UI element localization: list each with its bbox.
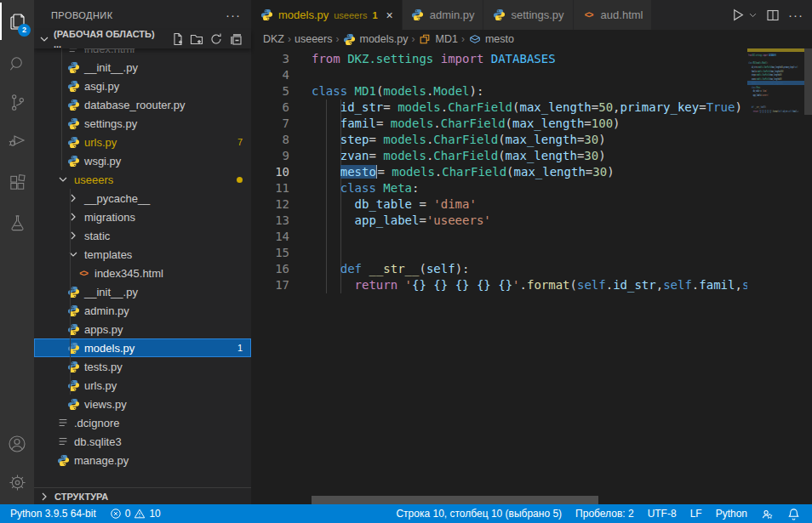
new-folder-icon[interactable]	[189, 31, 206, 48]
status-bar: Python 3.9.5 64-bit 0 10 Строка 10, стол…	[0, 504, 812, 523]
code-line-15	[312, 245, 747, 261]
breadcrumb-item-useeers[interactable]: useeers	[294, 33, 332, 45]
accounts-icon[interactable]	[0, 425, 34, 463]
close-icon[interactable]: ×	[386, 9, 393, 21]
collapse-all-icon[interactable]	[227, 31, 244, 48]
python-file-icon	[66, 304, 80, 317]
tree-item-templates[interactable]: templates	[34, 245, 251, 264]
code-lines[interactable]: from DKZ.settings import DATABASESclass …	[312, 51, 747, 293]
error-count: 0	[125, 508, 131, 520]
tree-item-static[interactable]: static	[34, 226, 251, 245]
editor-actions: ···	[730, 0, 812, 30]
file-icon	[56, 416, 70, 429]
status-item[interactable]: Пробелов: 2	[569, 504, 641, 523]
breadcrumb-separator: ›	[411, 33, 415, 45]
code-line-8: step= models.CharField(max_length=30)	[312, 132, 747, 148]
tree-item-urls.py[interactable]: urls.py7	[34, 133, 251, 151]
tree-item-wsgi.py[interactable]: wsgi.py	[34, 151, 251, 170]
workspace-section-header[interactable]: (РАБОЧАЯ ОБЛАСТЬ) ...	[34, 30, 251, 48]
field-symbol-icon	[468, 32, 482, 46]
line-number: 8	[251, 132, 289, 148]
tree-indent-guide	[70, 189, 71, 395]
gutter[interactable]: 34567891011121314151617	[251, 51, 289, 293]
python-file-icon	[66, 360, 80, 373]
split-editor-icon[interactable]	[766, 9, 780, 22]
run-dropdown-icon[interactable]	[748, 10, 758, 20]
breadcrumb-item-DKZ[interactable]: DKZ	[263, 33, 284, 45]
python-file-icon	[66, 117, 80, 130]
python-file-icon	[66, 285, 80, 298]
minimap-selection	[747, 81, 804, 85]
status-item[interactable]: LF	[683, 504, 709, 523]
tree-item-migrations[interactable]: migrations	[34, 207, 251, 226]
code-area[interactable]: 34567891011121314151617 from DKZ.setting…	[251, 48, 812, 504]
tree-item-useeers[interactable]: useeers	[34, 170, 251, 189]
python-file-icon	[411, 9, 425, 22]
breadcrumb-item-mesto[interactable]: mesto	[468, 32, 514, 46]
code-line-16: def __str__(self):	[312, 261, 747, 277]
explorer-icon[interactable]: 2	[0, 3, 34, 40]
tree-item-__init__.py[interactable]: __init__.py	[34, 282, 251, 301]
status-item[interactable]: UTF-8	[641, 504, 683, 523]
notifications-bell-icon[interactable]	[781, 504, 807, 523]
code-line-5: class MD1(models.Model):	[312, 83, 747, 99]
python-interpreter-status[interactable]: Python 3.9.5 64-bit	[3, 504, 103, 523]
tree-item-views.py[interactable]: views.py	[34, 395, 251, 413]
tab-models.py[interactable]: models.pyuseeers1×	[251, 0, 403, 30]
tree-item-urls.py[interactable]: urls.py	[34, 376, 251, 395]
breadcrumb-item-MD1[interactable]: MD1	[418, 32, 457, 46]
vertical-scrollbar[interactable]	[804, 48, 812, 115]
status-item[interactable]: Строка 10, столбец 10 (выбрано 5)	[389, 504, 569, 523]
feedback-icon[interactable]	[754, 504, 781, 523]
python-file-icon	[56, 453, 70, 467]
python-file-icon	[66, 341, 80, 355]
tree-item-tests.py[interactable]: tests.py	[34, 357, 251, 376]
new-file-icon[interactable]	[169, 31, 186, 48]
tree-item-db.sqlite3[interactable]: db.sqlite3	[34, 432, 251, 451]
warning-icon	[134, 508, 146, 520]
extensions-icon[interactable]	[0, 164, 34, 202]
settings-gear-icon[interactable]	[0, 463, 34, 501]
line-number: 7	[251, 116, 289, 132]
refresh-icon[interactable]	[208, 31, 225, 48]
breadcrumb-item-models.py[interactable]: models.py	[342, 32, 408, 46]
tree-item-settings.py[interactable]: settings.py	[34, 114, 251, 133]
status-item[interactable]: Python	[709, 504, 754, 523]
tree-item-index345.html[interactable]: <>index345.html	[34, 264, 251, 282]
explorer-more-icon[interactable]: ···	[226, 8, 241, 22]
run-button[interactable]	[730, 8, 745, 22]
tab-settings.py[interactable]: settings.py	[483, 0, 573, 30]
item-badge: 7	[237, 137, 243, 147]
breadcrumb-separator: ›	[288, 33, 291, 45]
minimap[interactable]: from DKZ.settings import DATABASESclass …	[747, 48, 804, 176]
run-and-debug-icon[interactable]	[0, 122, 34, 159]
tree-indent-guide	[61, 48, 62, 170]
python-file-icon	[66, 135, 80, 149]
search-icon[interactable]	[0, 45, 34, 82]
tree-item-asgi.py[interactable]: asgi.py	[34, 77, 251, 95]
tree-item-manage.py[interactable]: manage.py	[34, 451, 251, 469]
line-number: 13	[251, 213, 289, 229]
editor-group: models.pyuseeers1×admin.pysettings.py<>a…	[251, 0, 812, 504]
tab-problems-badge: 1	[372, 10, 377, 20]
more-actions-icon[interactable]: ···	[788, 8, 803, 22]
minimap-highlight	[747, 48, 804, 52]
testing-icon[interactable]	[0, 204, 34, 242]
breadcrumb-separator: ›	[461, 33, 465, 45]
tab-aud.html[interactable]: <>aud.html	[574, 0, 653, 30]
tree-item-__init__.py[interactable]: __init__.py	[34, 58, 251, 77]
code-line-10: mesto= models.CharField(max_length=30)	[312, 164, 747, 180]
tree-item-.dcignore[interactable]: .dcignore	[34, 413, 251, 432]
tab-admin.py[interactable]: admin.py	[403, 0, 484, 30]
outline-section-header[interactable]: СТРУКТУРА	[34, 487, 251, 504]
source-control-icon[interactable]	[0, 83, 34, 121]
horizontal-scrollbar[interactable]	[312, 496, 598, 504]
tree-item-__pycache__[interactable]: __pycache__	[34, 189, 251, 207]
chevron-right-icon	[66, 229, 80, 242]
problems-status[interactable]: 0 10	[103, 504, 168, 523]
tree-item-admin.py[interactable]: admin.py	[34, 301, 251, 320]
line-number: 14	[251, 229, 289, 245]
tree-item-database_roouter.py[interactable]: database_roouter.py	[34, 95, 251, 114]
tree-item-apps.py[interactable]: apps.py	[34, 320, 251, 338]
tree-item-models.py[interactable]: models.py1	[34, 338, 251, 357]
